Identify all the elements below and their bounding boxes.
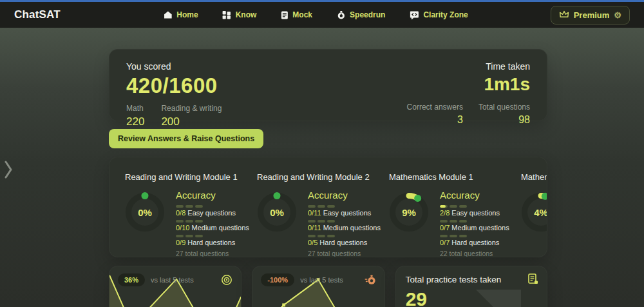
document-icon bbox=[281, 11, 288, 19]
hard-stat-row: 0/7 Hard questions bbox=[440, 235, 509, 246]
module-math2-clipped: Mathematics Module 2 4% bbox=[521, 172, 547, 257]
app-logo: ChatSAT bbox=[14, 8, 61, 21]
total-questions-label: Total questions bbox=[478, 103, 530, 112]
total-questions-value: 98 bbox=[478, 114, 530, 126]
hard-stat-row: 0/9 Hard questions bbox=[176, 235, 249, 246]
receipt-icon bbox=[528, 273, 538, 287]
reading-writing-score: Reading & writing 200 bbox=[161, 104, 222, 128]
nav-item-home[interactable]: Home bbox=[164, 10, 198, 19]
easy-progress-dashes bbox=[176, 205, 249, 208]
nav-item-mock[interactable]: Mock bbox=[281, 10, 312, 19]
module-title: Mathematics Module 1 bbox=[389, 172, 521, 182]
easy-fraction: 2/8 bbox=[440, 209, 450, 217]
medium-stat-row: 0/10 Medium questions bbox=[176, 220, 249, 232]
correct-answers: Correct answers 3 bbox=[407, 103, 463, 126]
grid-icon bbox=[223, 11, 231, 19]
card-header: -100% vs last 5 tests bbox=[252, 266, 384, 286]
accuracy-percent: 0% bbox=[125, 192, 165, 232]
medium-label: Medium questions bbox=[191, 224, 249, 232]
accuracy-donut-chart: 0% bbox=[257, 192, 297, 232]
module-body: 4% bbox=[521, 190, 547, 232]
total-questions: Total questions 98 bbox=[478, 103, 530, 126]
total-questions-note: 22 total questions bbox=[440, 250, 509, 257]
math-label: Math bbox=[126, 104, 144, 113]
module-title: Mathematics Module 2 bbox=[521, 172, 547, 182]
medium-stat-row: 0/11 Medium questions bbox=[308, 220, 381, 232]
module-stats: Accuracy 0/8 Easy questions 0/10 Medium … bbox=[176, 190, 249, 257]
nav-item-label: Home bbox=[176, 10, 198, 19]
medium-label: Medium questions bbox=[323, 224, 381, 232]
easy-stat-row: 0/11 Easy questions bbox=[308, 205, 381, 217]
total-tests-card: Total practice tests taken 29 bbox=[395, 266, 547, 307]
review-answers-button[interactable]: Review Answers & Raise Questions bbox=[109, 129, 263, 148]
easy-progress-dashes bbox=[440, 205, 509, 208]
module-title: Reading and Writing Module 2 bbox=[257, 172, 389, 182]
nav-item-clarity-zone[interactable]: Clarity Zone bbox=[410, 10, 468, 19]
accuracy-percent: 9% bbox=[389, 192, 429, 232]
medium-stat-row: 0/7 Medium questions bbox=[440, 220, 509, 232]
hard-label: Hard questions bbox=[319, 239, 367, 246]
score-heading: You scored bbox=[126, 61, 222, 72]
score-left: You scored 420/1600 Math 220 Reading & w… bbox=[126, 61, 222, 109]
chat-code-icon bbox=[410, 11, 419, 19]
sidebar-expand-handle[interactable] bbox=[4, 160, 19, 182]
chevron-right-icon bbox=[4, 160, 13, 182]
module-body: 0% Accuracy 0/11 Easy questions 0/11 Med… bbox=[257, 190, 389, 257]
medium-progress-dashes bbox=[176, 220, 249, 223]
accuracy-percent: 0% bbox=[257, 192, 297, 232]
card-header: 36% vs last 5 tests bbox=[109, 266, 241, 286]
math-value: 220 bbox=[126, 115, 144, 128]
nav-item-label: Clarity Zone bbox=[423, 10, 468, 19]
medium-progress-dashes bbox=[308, 220, 381, 223]
medium-fraction: 0/10 bbox=[176, 224, 189, 232]
nav-item-label: Know bbox=[236, 10, 257, 19]
nav-item-label: Mock bbox=[292, 10, 312, 19]
easy-progress-dashes bbox=[308, 205, 381, 208]
trend-badge: 36% bbox=[118, 273, 145, 286]
module-rw1: Reading and Writing Module 1 0% Accuracy… bbox=[125, 172, 257, 257]
trend-badge: -100% bbox=[261, 273, 294, 286]
accuracy-heading: Accuracy bbox=[308, 190, 381, 201]
score-breakdown: Math 220 Reading & writing 200 bbox=[126, 104, 222, 128]
module-body: 0% Accuracy 0/8 Easy questions 0/10 Medi… bbox=[125, 190, 257, 257]
accuracy-heading: Accuracy bbox=[440, 190, 509, 201]
hard-label: Hard questions bbox=[187, 239, 235, 246]
easy-label: Easy questions bbox=[451, 209, 500, 217]
nav-item-know[interactable]: Know bbox=[223, 10, 257, 19]
premium-button[interactable]: Premium ⚙ bbox=[551, 6, 630, 25]
main-content: You scored 420/1600 Math 220 Reading & w… bbox=[109, 28, 547, 307]
nav-item-label: Speedrun bbox=[350, 10, 385, 19]
top-navbar: ChatSAT Home Know Mock Speedrun Clarity … bbox=[0, 2, 644, 28]
hard-stat-row: 0/5 Hard questions bbox=[308, 235, 381, 246]
accuracy-heading: Accuracy bbox=[176, 190, 249, 201]
medium-fraction: 0/11 bbox=[308, 224, 321, 232]
module-math1: Mathematics Module 1 9% Accuracy 2/8 Eas… bbox=[389, 172, 521, 257]
gear-icon[interactable]: ⚙ bbox=[614, 10, 621, 20]
module-title: Reading and Writing Module 1 bbox=[125, 172, 257, 182]
easy-stat-row: 2/8 Easy questions bbox=[440, 205, 509, 217]
home-icon bbox=[164, 11, 172, 19]
medium-label: Medium questions bbox=[451, 224, 509, 232]
correct-answers-label: Correct answers bbox=[407, 103, 463, 112]
nav-item-speedrun[interactable]: Speedrun bbox=[337, 10, 385, 19]
hard-progress-dashes bbox=[308, 235, 381, 237]
accuracy-percent: 4% bbox=[521, 192, 547, 232]
trend-label: vs last 5 tests bbox=[300, 276, 343, 284]
time-trend-card: -100% vs last 5 tests bbox=[252, 266, 384, 307]
module-stats: Accuracy 2/8 Easy questions 0/7 Medium q… bbox=[440, 190, 509, 257]
page-background: You scored 420/1600 Math 220 Reading & w… bbox=[0, 28, 644, 307]
math-score: Math 220 bbox=[126, 104, 144, 128]
score-summary-card: You scored 420/1600 Math 220 Reading & w… bbox=[109, 49, 547, 121]
easy-label: Easy questions bbox=[187, 209, 236, 217]
time-taken-heading: Time taken bbox=[407, 61, 530, 72]
easy-fraction: 0/8 bbox=[176, 209, 185, 217]
medium-fraction: 0/7 bbox=[440, 224, 450, 232]
time-taken-value: 1m1s bbox=[407, 74, 530, 95]
trend-label: vs last 5 tests bbox=[151, 276, 194, 284]
hard-label: Hard questions bbox=[451, 239, 499, 246]
module-body: 9% Accuracy 2/8 Easy questions 0/7 Mediu… bbox=[389, 190, 521, 257]
modules-accuracy-card[interactable]: Reading and Writing Module 1 0% Accuracy… bbox=[109, 157, 547, 257]
easy-fraction: 0/11 bbox=[308, 209, 321, 217]
total-tests-value: 29 bbox=[406, 288, 537, 307]
crown-icon bbox=[559, 10, 569, 21]
